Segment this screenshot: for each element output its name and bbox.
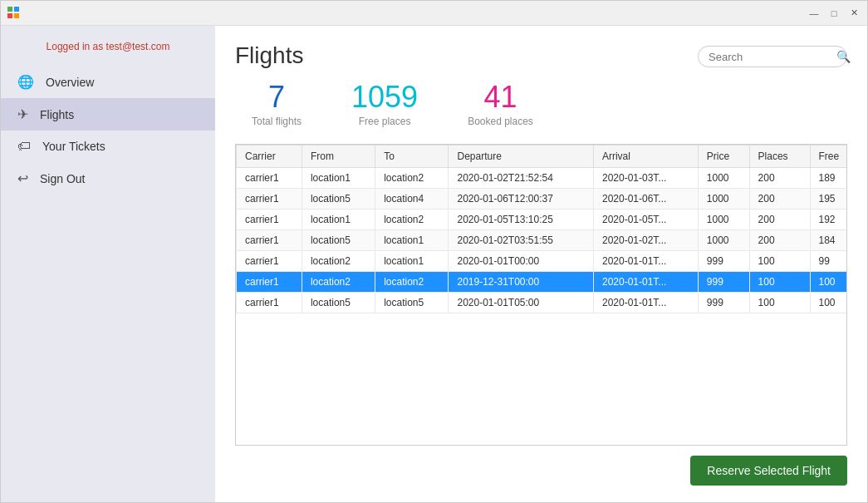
sidebar-item-sign-out[interactable]: ↩ Sign Out (1, 162, 215, 195)
table-cell: 192 (810, 210, 847, 230)
search-icon: 🔍 (836, 50, 851, 63)
table-cell: 2020-01-02T03:51:55 (449, 230, 593, 251)
main-footer: Reserve Selected Flight (235, 446, 847, 486)
table-row[interactable]: carrier1location5location42020-01-06T12:… (237, 189, 848, 210)
total-flights-value: 7 (252, 82, 302, 112)
table-cell: 2020-01-03T... (593, 168, 698, 189)
booked-places-value: 41 (468, 82, 533, 112)
table-cell: 2020-01-01T... (593, 251, 698, 272)
main-header: Flights 🔍 (235, 42, 847, 69)
main-content: Flights 🔍 7 Total flights 1059 Free plac… (215, 26, 867, 502)
col-free: Free (810, 145, 847, 168)
page-title: Flights (235, 42, 303, 69)
table-cell: 2020-01-05T13:10:25 (449, 210, 593, 230)
flights-table: Carrier From To Departure Arrival Price … (236, 145, 847, 313)
sidebar: Logged in as test@test.com 🌐 Overview ✈ … (1, 26, 215, 502)
table-cell: 99 (810, 251, 847, 272)
svg-rect-1 (14, 7, 19, 12)
table-cell: 1000 (698, 168, 749, 189)
sidebar-item-overview[interactable]: 🌐 Overview (1, 66, 215, 98)
sign-out-icon: ↩ (17, 170, 28, 186)
table-cell: 999 (698, 251, 749, 272)
table-cell: 200 (749, 230, 810, 251)
table-cell: 2020-01-01T05:00 (449, 293, 593, 313)
table-row[interactable]: carrier1location5location52020-01-01T05:… (237, 293, 848, 313)
booked-places-label: Booked places (468, 116, 533, 127)
table-cell: 999 (698, 293, 749, 313)
search-input[interactable] (709, 51, 833, 63)
total-flights-label: Total flights (252, 116, 302, 127)
close-button[interactable]: ✕ (847, 7, 861, 20)
col-from: From (302, 145, 375, 168)
table-cell: 1000 (698, 189, 749, 210)
table-cell: 1000 (698, 210, 749, 230)
table-cell: carrier1 (237, 251, 302, 272)
table-cell: location1 (302, 210, 375, 230)
free-places-label: Free places (351, 116, 418, 127)
table-cell: location4 (375, 189, 449, 210)
stat-free-places: 1059 Free places (351, 82, 418, 127)
table-cell: location1 (375, 230, 449, 251)
table-cell: location5 (302, 189, 375, 210)
stats-row: 7 Total flights 1059 Free places 41 Book… (235, 82, 847, 127)
table-cell: 2020-01-06T... (593, 189, 698, 210)
col-arrival: Arrival (593, 145, 698, 168)
free-places-value: 1059 (351, 82, 418, 112)
table-cell: location5 (302, 230, 375, 251)
table-cell: location5 (375, 293, 449, 313)
overview-icon: 🌐 (17, 74, 34, 90)
search-box[interactable]: 🔍 (698, 46, 847, 67)
table-cell: 2020-01-02T21:52:54 (449, 168, 593, 189)
table-cell: 200 (749, 189, 810, 210)
col-places: Places (749, 145, 810, 168)
app-icon (7, 7, 19, 18)
title-bar: — □ ✕ (1, 1, 867, 26)
table-cell: 100 (749, 293, 810, 313)
table-cell: 2020-01-01T... (593, 272, 698, 293)
sidebar-item-signout-label: Sign Out (40, 172, 85, 185)
flights-icon: ✈ (17, 106, 28, 122)
table-cell: location2 (302, 251, 375, 272)
table-cell: carrier1 (237, 272, 302, 293)
table-cell: location1 (375, 251, 449, 272)
table-cell: carrier1 (237, 210, 302, 230)
stat-total-flights: 7 Total flights (252, 82, 302, 127)
sidebar-item-flights[interactable]: ✈ Flights (1, 98, 215, 131)
table-cell: 100 (810, 272, 847, 293)
reserve-selected-flight-button[interactable]: Reserve Selected Flight (690, 456, 847, 486)
table-cell: location1 (302, 168, 375, 189)
table-cell: 2020-01-01T00:00 (449, 251, 593, 272)
table-row[interactable]: carrier1location2location12020-01-01T00:… (237, 251, 848, 272)
table-row[interactable]: carrier1location5location12020-01-02T03:… (237, 230, 848, 251)
table-cell: 2020-01-05T... (593, 210, 698, 230)
col-departure: Departure (449, 145, 593, 168)
table-cell: 200 (749, 168, 810, 189)
table-cell: 100 (749, 272, 810, 293)
sidebar-item-your-tickets[interactable]: 🏷 Your Tickets (1, 131, 215, 162)
table-cell: location2 (375, 272, 449, 293)
logged-in-label: Logged in as test@test.com (1, 34, 215, 66)
table-cell: 2020-01-02T... (593, 230, 698, 251)
table-cell: 100 (749, 251, 810, 272)
app-window: — □ ✕ Logged in as test@test.com 🌐 Overv… (0, 0, 868, 503)
svg-rect-0 (7, 7, 12, 12)
table-header-row: Carrier From To Departure Arrival Price … (237, 145, 848, 168)
table-cell: carrier1 (237, 293, 302, 313)
sidebar-item-tickets-label: Your Tickets (42, 140, 105, 153)
svg-rect-3 (14, 13, 19, 18)
col-to: To (375, 145, 449, 168)
minimize-button[interactable]: — (807, 7, 821, 20)
flights-table-container[interactable]: Carrier From To Departure Arrival Price … (235, 144, 847, 446)
table-row[interactable]: carrier1location1location22020-01-05T13:… (237, 210, 848, 230)
sidebar-item-overview-label: Overview (46, 76, 94, 89)
table-cell: 2019-12-31T00:00 (449, 272, 593, 293)
table-row[interactable]: carrier1location2location22019-12-31T00:… (237, 272, 848, 293)
table-cell: 999 (698, 272, 749, 293)
col-price: Price (698, 145, 749, 168)
table-row[interactable]: carrier1location1location22020-01-02T21:… (237, 168, 848, 189)
svg-rect-2 (7, 13, 12, 18)
col-carrier: Carrier (237, 145, 302, 168)
table-cell: 1000 (698, 230, 749, 251)
table-cell: 189 (810, 168, 847, 189)
maximize-button[interactable]: □ (827, 7, 841, 20)
